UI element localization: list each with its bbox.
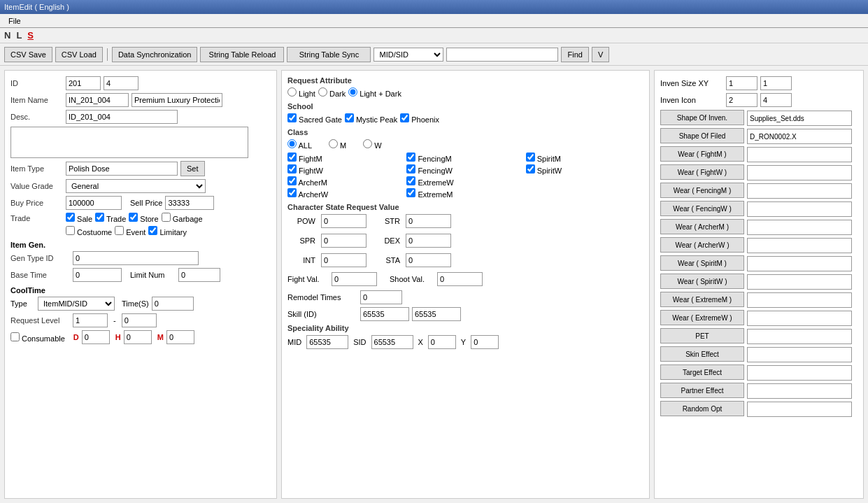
costume-checkbox-label[interactable]: Costuome — [66, 226, 112, 236]
target-effect-button[interactable]: Target Effect — [660, 364, 744, 380]
limit-num-field[interactable] — [178, 268, 220, 282]
v-button[interactable]: V — [592, 47, 609, 62]
pet-button[interactable]: PET — [660, 328, 744, 343]
extremew-label[interactable]: ExtremeW — [406, 176, 524, 187]
mid-field[interactable] — [306, 335, 348, 349]
shape-filed-field[interactable] — [747, 129, 852, 144]
item-name-id-field[interactable] — [66, 93, 129, 107]
csv-save-button[interactable]: CSV Save — [4, 47, 52, 62]
desc-textarea[interactable] — [10, 127, 248, 158]
search-input[interactable] — [446, 48, 558, 62]
trade-checkbox[interactable] — [95, 213, 104, 222]
sta-field[interactable] — [406, 253, 451, 267]
csv-load-button[interactable]: CSV Load — [55, 47, 103, 62]
sale-checkbox[interactable] — [66, 213, 75, 222]
gen-type-field[interactable] — [73, 251, 199, 265]
desc-id-field[interactable] — [66, 110, 178, 124]
costume-checkbox[interactable] — [66, 226, 75, 235]
event-checkbox-label[interactable]: Event — [115, 226, 145, 236]
fencingw-label[interactable]: FencingW — [406, 164, 524, 175]
radio-m[interactable] — [329, 139, 338, 148]
inven-icon-2-field[interactable] — [760, 93, 792, 107]
wear-extremew-button[interactable]: Wear ( ExtremeW ) — [660, 310, 744, 325]
garbage-checkbox[interactable] — [162, 213, 171, 222]
radio-w[interactable] — [363, 139, 372, 148]
spiritm-label[interactable]: SpiritM — [526, 153, 643, 163]
str-field[interactable] — [406, 214, 451, 228]
garbage-checkbox-label[interactable]: Garbage — [162, 213, 203, 223]
req-level-1-field[interactable] — [73, 313, 108, 327]
wear-archerm-field[interactable] — [747, 220, 852, 235]
wear-archerm-button[interactable]: Wear ( ArcherM ) — [660, 219, 744, 234]
wear-spiritm-button[interactable]: Wear ( SpiritM ) — [660, 255, 744, 271]
x-field[interactable] — [428, 335, 456, 349]
shoot-val-field[interactable] — [437, 272, 483, 286]
extremem-checkbox[interactable] — [406, 188, 415, 197]
remodel-field[interactable] — [360, 290, 402, 304]
extremem-label[interactable]: ExtremeM — [406, 188, 524, 199]
fightw-label[interactable]: FightW — [287, 164, 405, 175]
cooltype-select[interactable]: ItemMID/SID — [38, 297, 115, 311]
consumable-checkbox-label[interactable]: Consumable — [10, 332, 65, 343]
wear-fightm-field[interactable] — [747, 147, 852, 162]
fight-val-field[interactable] — [332, 272, 377, 286]
phoenix-checkbox[interactable] — [400, 113, 409, 122]
data-sync-button[interactable]: Data Synchronization — [112, 47, 198, 62]
wear-fencingw-button[interactable]: Wear ( FencingW ) — [660, 201, 744, 216]
sacred-gate-label[interactable]: Sacred Gate — [287, 113, 342, 124]
wear-fightw-field[interactable] — [747, 165, 852, 180]
wear-spiritm-field[interactable] — [747, 256, 852, 271]
wear-spiritw-button[interactable]: Wear ( SpiritW ) — [660, 274, 744, 289]
item-type-field[interactable] — [66, 162, 178, 176]
m-field[interactable] — [166, 330, 194, 344]
target-effect-field[interactable] — [747, 365, 852, 381]
menu-file[interactable]: File — [3, 15, 27, 27]
radio-light-label[interactable]: Light — [287, 87, 315, 98]
partner-effect-button[interactable]: Partner Effect — [660, 383, 744, 398]
archerw-label[interactable]: ArcherW — [287, 188, 405, 199]
limitary-checkbox[interactable] — [148, 226, 157, 235]
nav-s[interactable]: S — [27, 30, 34, 41]
shape-inven-button[interactable]: Shape Of Inven. — [660, 110, 744, 125]
spr-field[interactable] — [321, 234, 367, 248]
req-level-2-field[interactable] — [122, 313, 157, 327]
mystic-peak-label[interactable]: Mystic Peak — [345, 113, 397, 124]
inven-icon-1-field[interactable] — [726, 93, 757, 107]
random-opt-button[interactable]: Random Opt — [660, 401, 744, 416]
wear-extremem-field[interactable] — [747, 292, 852, 308]
fencingm-label[interactable]: FencingM — [406, 153, 524, 163]
wear-archerw-field[interactable] — [747, 238, 852, 253]
buy-price-field[interactable] — [66, 196, 122, 210]
wear-spiritw-field[interactable] — [747, 274, 852, 290]
fencingm-checkbox[interactable] — [406, 153, 415, 162]
d-field[interactable] — [82, 330, 110, 344]
wear-fightm-button[interactable]: Wear ( FightM ) — [660, 146, 744, 162]
spiritw-label[interactable]: SpiritW — [526, 164, 643, 175]
radio-dark-label[interactable]: Dark — [318, 87, 346, 98]
sale-checkbox-label[interactable]: Sale — [66, 213, 92, 223]
limitary-checkbox-label[interactable]: Limitary — [148, 226, 187, 236]
nav-n[interactable]: N — [4, 30, 10, 41]
value-grade-select[interactable]: General — [66, 179, 206, 193]
radio-m-label[interactable]: M — [329, 139, 346, 150]
sid-field[interactable] — [371, 335, 413, 349]
trade-checkbox-label[interactable]: Trade — [95, 213, 126, 223]
wear-extremem-button[interactable]: Wear ( ExtremeM ) — [660, 292, 744, 307]
id-field-2[interactable] — [104, 76, 138, 90]
fencingw-checkbox[interactable] — [406, 164, 415, 173]
archerm-checkbox[interactable] — [287, 176, 297, 185]
base-time-field[interactable] — [73, 268, 122, 282]
sacred-gate-checkbox[interactable] — [287, 113, 297, 122]
radio-lightdark-label[interactable]: Light + Dark — [348, 87, 401, 98]
wear-fencingw-field[interactable] — [747, 201, 852, 217]
radio-light[interactable] — [287, 87, 297, 97]
radio-w-label[interactable]: W — [363, 139, 381, 150]
pow-field[interactable] — [321, 214, 367, 228]
inven-x-field[interactable] — [726, 76, 757, 90]
wear-archerw-button[interactable]: Wear ( ArcherW ) — [660, 237, 744, 253]
dex-field[interactable] — [406, 234, 451, 248]
extremew-checkbox[interactable] — [406, 176, 415, 185]
wear-extremew-field[interactable] — [747, 311, 852, 326]
pet-field[interactable] — [747, 329, 852, 344]
fightm-label[interactable]: FightM — [287, 153, 405, 163]
